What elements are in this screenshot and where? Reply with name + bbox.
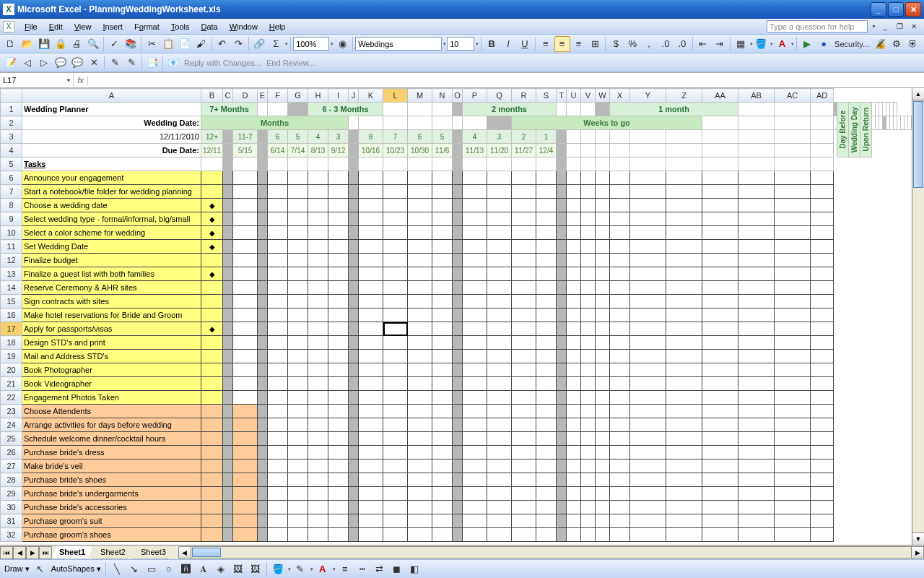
help-search-input[interactable] [767, 20, 868, 33]
show-ink-icon[interactable]: ✎ [123, 55, 139, 71]
shadow-icon[interactable]: ◼ [389, 561, 405, 577]
formula-input[interactable] [88, 74, 924, 87]
minimize-button[interactable]: _ [871, 2, 886, 17]
increase-indent-icon[interactable]: ⇥ [712, 36, 728, 52]
hyperlink-icon[interactable]: 🔗 [251, 36, 267, 52]
font-select[interactable] [355, 37, 442, 51]
oval-icon[interactable]: ○ [161, 561, 177, 577]
comma-icon[interactable]: , [641, 36, 657, 52]
menu-edit[interactable]: Edit [43, 21, 69, 33]
next-comment-icon[interactable]: ▷ [36, 55, 52, 71]
bold-icon[interactable]: B [484, 36, 500, 52]
close-button[interactable]: ✕ [905, 2, 921, 17]
app-icon[interactable]: X [3, 21, 14, 33]
mdi-restore[interactable]: ❐ [894, 22, 905, 32]
font-size-select[interactable] [447, 37, 474, 51]
decrease-decimal-icon[interactable]: .0 [674, 36, 690, 52]
autosum-icon[interactable]: Σ [268, 36, 284, 52]
redo-icon[interactable]: ↷ [231, 36, 247, 52]
scroll-down-icon[interactable]: ▼ [912, 532, 924, 545]
reply-changes-button[interactable]: Reply with Changes... [182, 59, 263, 67]
clipart-icon[interactable]: 🖼 [230, 561, 246, 577]
menu-insert[interactable]: Insert [97, 21, 128, 33]
align-left-icon[interactable]: ≡ [538, 36, 554, 52]
tab-next-icon[interactable]: ▶ [26, 546, 39, 559]
sheet-tab-1[interactable]: Sheet1 [51, 546, 93, 559]
tab-first-icon[interactable]: ⏮ [0, 546, 13, 559]
save-icon[interactable]: 💾 [36, 36, 52, 52]
new-icon[interactable]: 🗋 [3, 36, 19, 52]
mdi-minimize[interactable]: _ [879, 22, 891, 32]
tab-prev-icon[interactable]: ◀ [13, 546, 26, 559]
dash-style-icon[interactable]: ┅ [354, 561, 370, 577]
scroll-up-icon[interactable]: ▲ [912, 88, 924, 100]
name-box[interactable]: L17▼ [0, 73, 74, 87]
menu-data[interactable]: Data [195, 21, 223, 33]
print-icon[interactable]: 🖨 [69, 36, 85, 52]
underline-icon[interactable]: U [517, 36, 533, 52]
security-button[interactable]: Security... [832, 40, 871, 48]
diagram-icon[interactable]: ◈ [213, 561, 229, 577]
zoom-select[interactable] [293, 37, 329, 51]
menu-help[interactable]: Help [263, 21, 292, 33]
autoshapes-menu[interactable]: AutoShapes ▾ [50, 564, 103, 574]
sheet-tab-3[interactable]: Sheet3 [133, 546, 174, 559]
undo-icon[interactable]: ↶ [214, 36, 230, 52]
sheet-tab-2[interactable]: Sheet2 [92, 546, 134, 559]
picture-icon[interactable]: 🖼 [248, 561, 263, 577]
format-painter-icon[interactable]: 🖌 [193, 36, 209, 52]
mdi-close[interactable]: ✕ [908, 22, 920, 32]
align-center-icon[interactable]: ≡ [554, 36, 570, 52]
scroll-left-icon[interactable]: ◀ [179, 547, 191, 558]
security-tool2-icon[interactable]: ⚙ [889, 36, 905, 52]
3d-icon[interactable]: ◧ [406, 561, 422, 577]
arrow-icon[interactable]: ↘ [126, 561, 142, 577]
decrease-indent-icon[interactable]: ⇤ [695, 36, 711, 52]
tab-last-icon[interactable]: ⏭ [39, 546, 52, 559]
paste-icon[interactable]: 📄 [177, 36, 193, 52]
research-icon[interactable]: 📚 [123, 36, 139, 52]
permission-icon[interactable]: 🔒 [53, 36, 69, 52]
font-color-draw-icon[interactable]: A [315, 561, 331, 577]
horizontal-scrollbar[interactable]: ◀ ▶ [178, 546, 924, 558]
menu-format[interactable]: Format [128, 21, 165, 33]
menu-file[interactable]: File [19, 21, 43, 33]
menu-view[interactable]: View [69, 21, 97, 33]
rectangle-icon[interactable]: ▭ [144, 561, 160, 577]
track-changes-icon[interactable]: 📑 [144, 55, 160, 71]
show-comment-icon[interactable]: 💬 [53, 55, 69, 71]
new-comment-icon[interactable]: 📝 [3, 55, 19, 71]
line-color-icon[interactable]: ✎ [292, 561, 308, 577]
textbox-icon[interactable]: 🅰 [178, 561, 194, 577]
prev-comment-icon[interactable]: ◁ [19, 55, 35, 71]
play-icon[interactable]: ▶ [799, 36, 815, 52]
ink-icon[interactable]: ✎ [107, 55, 123, 71]
align-right-icon[interactable]: ≡ [571, 36, 587, 52]
italic-icon[interactable]: I [500, 36, 516, 52]
fill-color-icon[interactable]: 🪣 [754, 36, 770, 52]
maximize-button[interactable]: □ [888, 2, 904, 17]
menu-tools[interactable]: Tools [165, 21, 196, 33]
arrow-style-icon[interactable]: ⇄ [372, 561, 388, 577]
borders-icon[interactable]: ▦ [733, 36, 749, 52]
font-color-icon[interactable]: A [774, 36, 790, 52]
worksheet-area[interactable]: ABCDEFGHIJKLMNOPQRSTUVWXYZAAABACAD1Weddi… [0, 88, 924, 559]
delete-comment-icon[interactable]: ✕ [86, 55, 102, 71]
show-all-comments-icon[interactable]: 💬 [69, 55, 85, 71]
fill-color-draw-icon[interactable]: 🪣 [270, 561, 286, 577]
percent-icon[interactable]: % [624, 36, 640, 52]
copy-icon[interactable]: 📋 [160, 36, 176, 52]
scroll-right-icon[interactable]: ▶ [911, 547, 923, 558]
line-style-icon[interactable]: ≡ [337, 561, 353, 577]
security-tool3-icon[interactable]: ⛨ [905, 36, 921, 52]
increase-decimal-icon[interactable]: .0 [658, 36, 674, 52]
send-mail-icon[interactable]: 📧 [165, 55, 181, 71]
currency-icon[interactable]: $ [608, 36, 624, 52]
security-tool1-icon[interactable]: 🔏 [872, 36, 888, 52]
hscroll-thumb[interactable] [192, 548, 221, 557]
scroll-thumb[interactable] [913, 101, 923, 188]
print-preview-icon[interactable]: 🔍 [85, 36, 101, 52]
spelling-icon[interactable]: ✓ [106, 36, 122, 52]
end-review-button[interactable]: End Review... [264, 59, 317, 67]
open-icon[interactable]: 📂 [19, 36, 35, 52]
